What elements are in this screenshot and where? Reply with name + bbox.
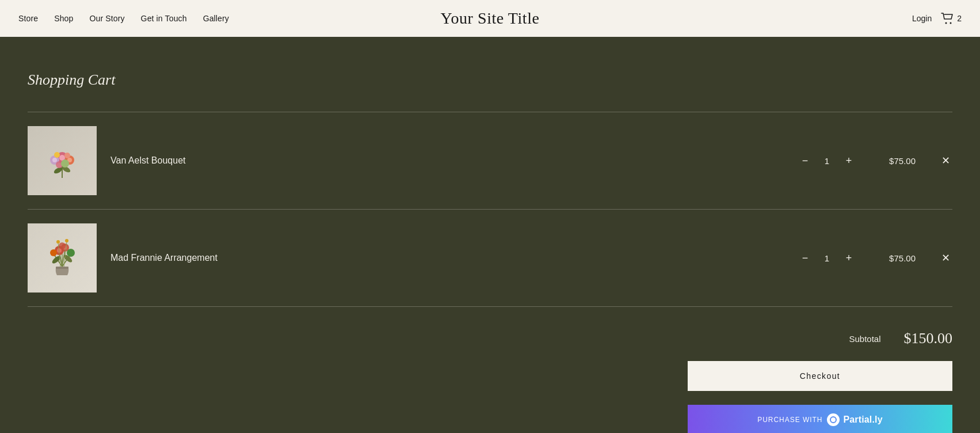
- arrangement-svg: [36, 232, 88, 284]
- svg-point-8: [52, 158, 57, 162]
- svg-point-29: [59, 242, 66, 249]
- nav-shop[interactable]: Shop: [54, 14, 73, 23]
- page-title: Shopping Cart: [28, 71, 952, 89]
- svg-point-1: [950, 22, 952, 24]
- svg-point-0: [945, 22, 947, 24]
- nav-our-story[interactable]: Our Story: [89, 14, 124, 23]
- remove-item-1[interactable]: ✕: [939, 154, 952, 168]
- svg-point-14: [64, 153, 70, 158]
- cart-items-list: Van Aelst Bouquet − 1 + $75.00 ✕: [28, 112, 952, 307]
- site-title: Your Site Title: [440, 9, 539, 28]
- cart-count: 2: [957, 14, 962, 23]
- cart-icon: [941, 13, 955, 24]
- bouquet-svg: [36, 135, 88, 187]
- partially-brand-label: Partial.ly: [843, 415, 882, 425]
- partially-purchase-with-label: PURCHASE WITH: [757, 416, 822, 424]
- main-nav: Store Shop Our Story Get in Touch Galler…: [18, 14, 229, 23]
- svg-point-12: [61, 159, 69, 168]
- partially-icon: [827, 413, 840, 426]
- svg-point-13: [54, 152, 60, 158]
- login-link[interactable]: Login: [912, 14, 932, 23]
- svg-point-28: [67, 249, 75, 257]
- nav-store[interactable]: Store: [18, 14, 38, 23]
- partially-button[interactable]: PURCHASE WITH Partial.ly: [688, 405, 952, 433]
- decrease-qty-2[interactable]: −: [798, 251, 812, 265]
- svg-point-32: [56, 240, 60, 244]
- site-header: Store Shop Our Story Get in Touch Galler…: [0, 0, 980, 37]
- cart-summary: Subtotal $150.00 Checkout PURCHASE WITH …: [28, 330, 952, 433]
- table-row: Van Aelst Bouquet − 1 + $75.00 ✕: [28, 112, 952, 210]
- quantity-controls-1: − 1 +: [798, 154, 856, 168]
- increase-qty-2[interactable]: +: [842, 251, 856, 265]
- product-image-arrangement: [28, 223, 97, 293]
- item-price-1: $75.00: [870, 156, 916, 166]
- cart-button[interactable]: 2: [941, 13, 962, 24]
- checkout-button[interactable]: Checkout: [688, 361, 952, 391]
- subtotal-value: $150.00: [904, 330, 953, 347]
- svg-point-27: [50, 249, 57, 256]
- decrease-qty-1[interactable]: −: [798, 154, 812, 168]
- subtotal-label: Subtotal: [849, 334, 880, 344]
- increase-qty-1[interactable]: +: [842, 154, 856, 168]
- partially-logo: Partial.ly: [827, 413, 882, 426]
- nav-gallery[interactable]: Gallery: [203, 14, 229, 23]
- qty-value-1: 1: [821, 156, 833, 166]
- quantity-controls-2: − 1 +: [798, 251, 856, 265]
- item-price-2: $75.00: [870, 253, 916, 263]
- nav-get-in-touch[interactable]: Get in Touch: [141, 14, 187, 23]
- item-name-2: Mad Frannie Arrangement: [110, 253, 784, 263]
- main-content: Shopping Cart: [0, 37, 980, 433]
- partially-icon-inner: [830, 416, 837, 423]
- subtotal-row: Subtotal $150.00: [849, 330, 952, 347]
- product-image-bouquet: [28, 126, 97, 195]
- nav-right: Login 2: [912, 13, 962, 24]
- table-row: Mad Frannie Arrangement − 1 + $75.00 ✕: [28, 210, 952, 307]
- item-name-1: Van Aelst Bouquet: [110, 155, 784, 166]
- qty-value-2: 1: [821, 253, 833, 263]
- svg-point-33: [65, 239, 68, 242]
- remove-item-2[interactable]: ✕: [939, 251, 952, 265]
- svg-rect-15: [56, 267, 68, 269]
